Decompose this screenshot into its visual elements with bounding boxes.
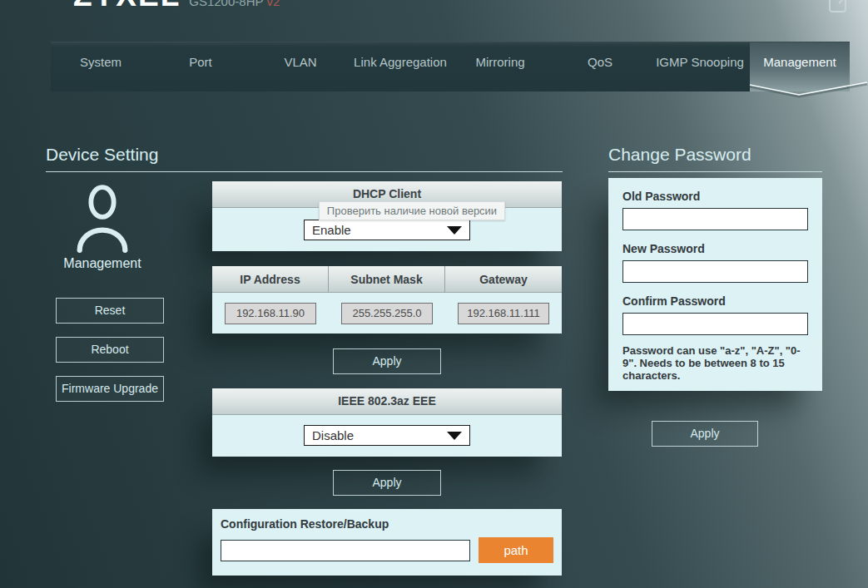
change-password-title: Change Password — [608, 145, 822, 172]
network-apply-button[interactable]: Apply — [333, 348, 441, 374]
eee-apply-button[interactable]: Apply — [333, 470, 441, 496]
column-header-gateway: Gateway — [445, 266, 562, 294]
tab-management[interactable]: Management — [750, 42, 850, 91]
old-password-label: Old Password — [622, 190, 808, 203]
config-restore-backup-label: Configuration Restore/Backup — [221, 517, 389, 531]
path-button[interactable]: path — [479, 537, 553, 563]
config-restore-backup-panel: Configuration Restore/Backup path — [212, 509, 562, 576]
profile-label: Management — [44, 256, 161, 271]
tab-igmp-snooping[interactable]: IGMP Snooping — [650, 42, 750, 91]
tab-vlan[interactable]: VLAN — [250, 42, 350, 91]
management-page: ZYXELGS1200-8HPv2 System Port VLAN Link … — [0, 0, 868, 588]
config-file-input[interactable] — [221, 540, 470, 561]
column-header-subnet: Subnet Mask — [329, 266, 445, 294]
reset-button[interactable]: Reset — [56, 298, 164, 324]
confirm-password-label: Confirm Password — [622, 294, 808, 308]
tab-mirroring[interactable]: Mirroring — [450, 42, 550, 91]
tab-qos[interactable]: QoS — [550, 42, 650, 91]
gateway-input — [458, 303, 549, 324]
tab-port[interactable]: Port — [151, 42, 250, 91]
brand-name: ZYXEL — [73, 0, 181, 12]
user-icon — [73, 185, 131, 254]
confirm-password-input[interactable] — [622, 313, 808, 335]
change-password-apply-button[interactable]: Apply — [652, 421, 758, 447]
model-name: GS1200-8HP — [189, 0, 263, 8]
eee-select[interactable]: Disable — [304, 425, 470, 446]
password-rules-note: Password can use "a-z", "A-Z", "0-9". Ne… — [622, 344, 811, 382]
new-password-label: New Password — [622, 242, 808, 255]
column-header-ip: IP Address — [212, 266, 329, 294]
brand-logo: ZYXELGS1200-8HPv2 — [73, 0, 280, 13]
reboot-button[interactable]: Reboot — [56, 337, 164, 363]
eee-value: Disable — [305, 428, 447, 442]
subnet-mask-input — [341, 303, 433, 324]
update-check-tooltip: Проверить наличие новой версии — [319, 201, 505, 220]
firmware-upgrade-button[interactable]: Firmware Upgrade — [56, 376, 164, 402]
dhcp-client-value: Enable — [305, 223, 447, 237]
new-password-input[interactable] — [622, 260, 808, 283]
old-password-input[interactable] — [622, 208, 808, 230]
dropdown-arrow-icon — [447, 226, 462, 235]
network-settings-panel: IP Address Subnet Mask Gateway — [212, 266, 562, 334]
eee-panel: IEEE 802.3az EEE Disable — [212, 388, 562, 457]
tab-system[interactable]: System — [51, 42, 151, 91]
logout-icon[interactable] — [828, 0, 850, 15]
device-setting-title: Device Setting — [46, 145, 563, 172]
tab-link-aggregation[interactable]: Link Aggregation — [350, 42, 450, 91]
model-version: v2 — [266, 0, 280, 8]
eee-header: IEEE 802.3az EEE — [212, 388, 562, 415]
change-password-panel: Old Password New Password Confirm Passwo… — [608, 178, 822, 391]
ip-address-input — [225, 303, 316, 324]
main-nav: System Port VLAN Link Aggregation Mirror… — [51, 42, 850, 91]
dhcp-client-select[interactable]: Enable — [304, 220, 470, 240]
dropdown-arrow-icon — [447, 432, 462, 440]
